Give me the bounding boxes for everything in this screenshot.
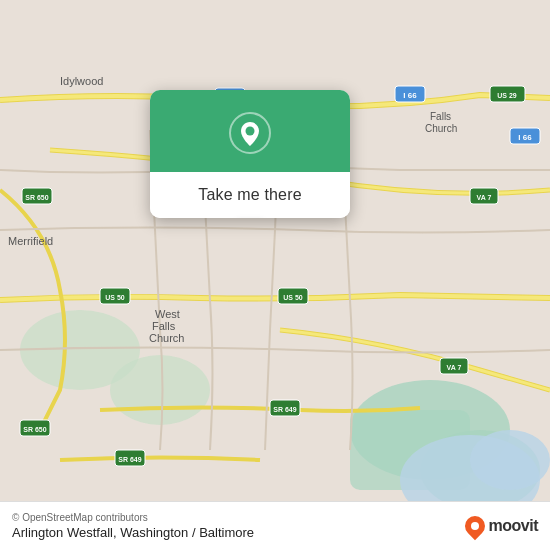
svg-text:Merrifield: Merrifield xyxy=(8,235,53,247)
svg-text:SR 650: SR 650 xyxy=(25,194,48,201)
svg-text:US 50: US 50 xyxy=(283,294,303,301)
moovit-logo: moovit xyxy=(465,516,538,536)
svg-text:US 29: US 29 xyxy=(497,92,517,99)
bottom-left-info: © OpenStreetMap contributors Arlington W… xyxy=(12,512,254,540)
take-me-there-button[interactable]: Take me there xyxy=(150,172,350,218)
svg-point-42 xyxy=(246,127,255,136)
svg-text:West: West xyxy=(155,308,180,320)
moovit-pin-inner xyxy=(471,522,479,530)
osm-attribution: © OpenStreetMap contributors xyxy=(12,512,254,523)
moovit-pin-icon xyxy=(460,512,488,540)
location-name: Arlington Westfall, Washington / Baltimo… xyxy=(12,525,254,540)
svg-text:SR 650: SR 650 xyxy=(23,426,46,433)
location-pin-icon xyxy=(229,112,271,154)
svg-point-2 xyxy=(110,355,210,425)
svg-text:I 66: I 66 xyxy=(403,91,417,100)
map-background: I 66 I 66 US 29 VA 7 VA 7 VA 7 US 50 US … xyxy=(0,0,550,550)
svg-text:SR 649: SR 649 xyxy=(118,456,141,463)
popup-card: Take me there xyxy=(150,90,350,218)
svg-text:US 50: US 50 xyxy=(105,294,125,301)
popup-header xyxy=(150,90,350,172)
svg-text:VA 7: VA 7 xyxy=(477,194,492,201)
svg-text:Falls: Falls xyxy=(430,111,451,122)
moovit-brand-text: moovit xyxy=(489,517,538,535)
svg-text:I 66: I 66 xyxy=(518,133,532,142)
svg-text:SR 649: SR 649 xyxy=(273,406,296,413)
map-container: I 66 I 66 US 29 VA 7 VA 7 VA 7 US 50 US … xyxy=(0,0,550,550)
svg-text:Church: Church xyxy=(149,332,184,344)
svg-text:Church: Church xyxy=(425,123,457,134)
svg-text:VA 7: VA 7 xyxy=(447,364,462,371)
svg-text:Falls: Falls xyxy=(152,320,176,332)
svg-text:Idylwood: Idylwood xyxy=(60,75,103,87)
svg-point-7 xyxy=(470,430,550,490)
bottom-bar: © OpenStreetMap contributors Arlington W… xyxy=(0,501,550,550)
